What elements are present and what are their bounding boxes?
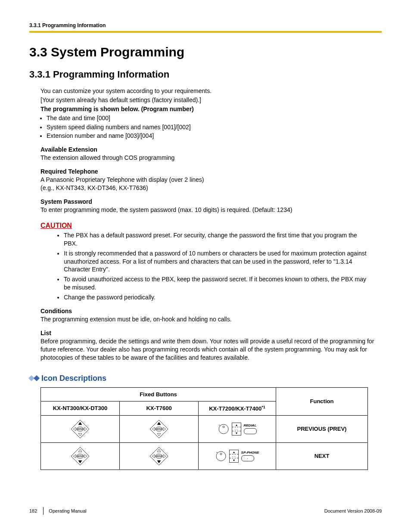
list-item: The date and time [000] [47, 114, 382, 122]
table-column-header: KX-NT300/KX-DT300 [41, 401, 120, 415]
svg-marker-20 [84, 454, 87, 458]
intro-block: You can customize your system according … [40, 87, 382, 113]
accent-rule [29, 31, 382, 33]
function-cell: PREVIOUS (PREV) [276, 415, 368, 442]
svg-marker-5 [78, 433, 82, 436]
svg-point-14 [219, 424, 228, 434]
list-item: Change the password periodically. [64, 293, 371, 302]
jog-dial-icon [218, 423, 229, 435]
button-label: REDIAL [244, 423, 257, 427]
rocker-icon: ▴– –▾ [232, 423, 241, 436]
svg-marker-29 [152, 454, 155, 458]
rocker-icon: ▴– –▾ [229, 450, 239, 463]
table-row: ENTER ENTER ▴– –▾ REDIAL [41, 415, 368, 442]
list-heading: List [40, 330, 382, 336]
required-telephone-heading: Required Telephone [40, 168, 382, 175]
subsection-heading: 3.3.1 Programming Information [29, 69, 382, 80]
conditions-heading: Conditions [40, 308, 382, 314]
list-item: Extension number and name [003]/[004] [47, 132, 382, 140]
svg-text:ENTER: ENTER [77, 428, 84, 430]
running-header: 3.3.1 Programming Information [29, 22, 382, 28]
nav-down-icon: ENTER [120, 442, 199, 470]
svg-text:ENTER: ENTER [77, 455, 84, 457]
intro-line: You can customize your system according … [40, 87, 382, 95]
section-heading: 3.3 System Programming [29, 45, 382, 59]
system-password-text: To enter programming mode, the system pa… [40, 206, 382, 214]
svg-marker-28 [157, 460, 161, 463]
col3-label: KX-T7200/KX-T7400 [209, 405, 262, 412]
required-telephone-text: A Panasonic Proprietary Telephone with d… [40, 176, 382, 184]
available-extension-heading: Available Extension [40, 146, 382, 153]
nav-down-icon: ENTER [41, 442, 120, 470]
svg-marker-4 [84, 427, 87, 431]
manual-title: Operating Manual [49, 508, 86, 513]
svg-marker-22 [73, 454, 76, 458]
table-header-function: Function [276, 387, 368, 415]
svg-point-30 [216, 451, 226, 461]
hard-button-icon [244, 428, 257, 434]
required-telephone-text: (e.g., KX-NT343, KX-DT346, KX-T7636) [40, 184, 382, 192]
page-footer: 182 Operating Manual Document Version 20… [29, 507, 382, 515]
nav-up-icon: ENTER [41, 415, 120, 442]
svg-text:ENTER: ENTER [156, 455, 162, 457]
table-column-header: KX-T7600 [120, 401, 199, 415]
svg-marker-26 [157, 449, 161, 452]
list-item: System speed dialing numbers and names [… [47, 123, 382, 131]
caution-bullets: The PBX has a default password preset. F… [29, 231, 371, 302]
svg-marker-11 [163, 427, 166, 431]
nav-up-icon: ENTER [120, 415, 199, 442]
svg-marker-12 [157, 433, 161, 436]
svg-text:ENTER: ENTER [156, 428, 162, 430]
list-item: To avoid unauthorized access to the PBX,… [64, 275, 371, 292]
diamond-icon [29, 376, 39, 380]
icon-descriptions-heading: Icon Descriptions [29, 374, 382, 383]
intro-line-bold: The programming is shown below. (Program… [40, 105, 382, 113]
svg-point-15 [223, 426, 224, 428]
page-number: 182 [29, 508, 37, 513]
list-item: It is strongly recommended that a passwo… [64, 249, 371, 274]
caution-heading: CAUTION [40, 222, 382, 230]
system-password-heading: System Password [40, 198, 382, 205]
fixed-buttons-table: Fixed Buttons Function KX-NT300/KX-DT300… [40, 387, 368, 470]
available-extension-text: The extension allowed through COS progra… [40, 154, 382, 162]
list-text: Before programming, decide the settings … [40, 337, 382, 362]
sp-phone-button-icon: ▴– –▾ SP-PHONE · [199, 442, 276, 470]
document-version: Document Version 2008-09 [324, 508, 382, 513]
hard-button-icon: · [241, 455, 254, 461]
conditions-text: The programming extension must be idle, … [40, 315, 382, 324]
svg-marker-6 [73, 427, 76, 431]
svg-marker-19 [78, 449, 82, 452]
table-row: ENTER ENTER ▴– –▾ SP-PHONE [41, 442, 368, 470]
jog-dial-icon [215, 451, 227, 462]
redial-button-icon: ▴– –▾ REDIAL [199, 415, 276, 442]
intro-line: [Your system already has default setting… [40, 96, 382, 104]
table-header-fixed-buttons: Fixed Buttons [41, 387, 276, 401]
table-column-header: KX-T7200/KX-T7400*1 [199, 401, 276, 415]
svg-marker-3 [78, 422, 82, 425]
intro-bullets: The date and time [000] System speed dia… [29, 114, 382, 140]
svg-marker-21 [78, 460, 82, 463]
button-label: SP-PHONE [241, 451, 259, 454]
list-item: The PBX has a default password preset. F… [64, 231, 371, 248]
col3-footnote: *1 [262, 405, 265, 409]
function-cell: NEXT [276, 442, 368, 470]
footer-separator [43, 507, 44, 515]
svg-marker-27 [163, 454, 166, 458]
icon-descriptions-label: Icon Descriptions [41, 374, 106, 383]
svg-marker-10 [157, 422, 161, 425]
svg-marker-13 [152, 427, 155, 431]
svg-point-31 [220, 453, 222, 455]
